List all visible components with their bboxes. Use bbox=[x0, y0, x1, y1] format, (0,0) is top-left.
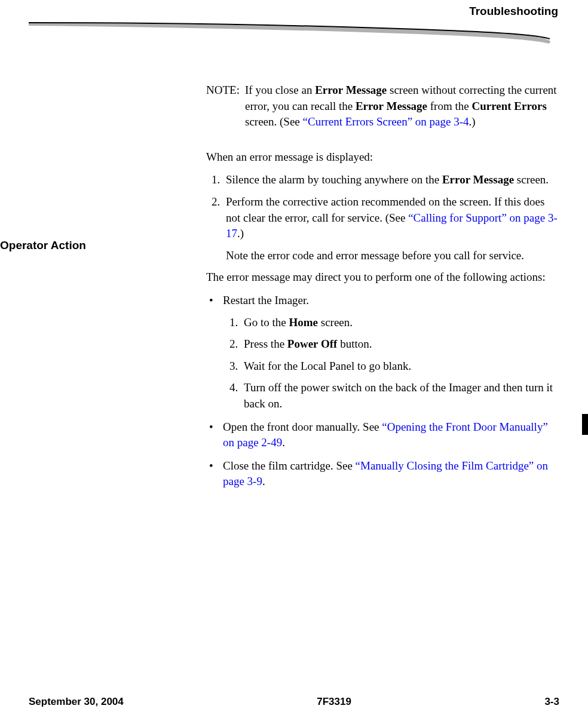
nested-text: screen. bbox=[318, 316, 353, 329]
step-item: Perform the corrective action recommende… bbox=[223, 194, 562, 263]
nested-bold: Home bbox=[289, 316, 318, 329]
step-text: Silence the alarm by touching anywhere o… bbox=[226, 173, 442, 186]
step-bold: Error Message bbox=[442, 173, 514, 186]
bullet-text: . bbox=[282, 436, 285, 449]
bullet-text: Restart the Imager. bbox=[223, 294, 309, 306]
note-body: If you close an Error Message screen wit… bbox=[245, 82, 562, 130]
sidebar-heading: Operator Action bbox=[0, 238, 86, 254]
main-column: NOTE: If you close an Error Message scre… bbox=[206, 82, 562, 490]
nested-text: button. bbox=[337, 338, 372, 350]
page-tab-marker bbox=[582, 414, 588, 435]
note-bold: Error Message bbox=[315, 84, 387, 96]
note-bold: Error Message bbox=[356, 100, 427, 112]
nested-step: Go to the Home screen. bbox=[241, 315, 562, 331]
footer-date: September 30, 2004 bbox=[29, 695, 124, 709]
nested-bold: Power Off bbox=[287, 338, 338, 350]
nested-step: Press the Power Off button. bbox=[241, 336, 562, 352]
nested-steps: Go to the Home screen. Press the Power O… bbox=[241, 315, 562, 412]
note-text: screen. (See bbox=[245, 115, 303, 128]
nested-text: Go to the bbox=[244, 316, 289, 329]
bullet-item: Open the front door manually. See “Openi… bbox=[206, 419, 562, 451]
nested-step: Turn off the power switch on the back of… bbox=[241, 380, 562, 412]
bullet-item: Close the film cartridge. See “Manually … bbox=[206, 458, 562, 490]
note-block: NOTE: If you close an Error Message scre… bbox=[206, 82, 562, 130]
step-text: screen. bbox=[514, 173, 549, 186]
primary-steps-list: Silence the alarm by touching anywhere o… bbox=[223, 172, 562, 263]
step-text: .) bbox=[237, 227, 244, 240]
note-bold: Current Errors bbox=[471, 100, 546, 112]
note-label: NOTE: bbox=[206, 82, 245, 130]
step-sub-note: Note the error code and error message be… bbox=[226, 248, 562, 264]
header-swoosh-graphic bbox=[29, 21, 559, 48]
note-text: from the bbox=[427, 100, 471, 112]
footer-page-number: 3-3 bbox=[544, 695, 559, 709]
page-footer: September 30, 2004 7F3319 3-3 bbox=[0, 695, 588, 709]
link-current-errors-screen[interactable]: “Current Errors Screen” on page 3-4 bbox=[303, 115, 469, 128]
intro-text: When an error message is displayed: bbox=[206, 149, 562, 165]
footer-doc-id: 7F3319 bbox=[317, 695, 351, 709]
bullet-text: Open the front door manually. See bbox=[223, 421, 382, 433]
footer-row: September 30, 2004 7F3319 3-3 bbox=[29, 695, 559, 709]
nested-text: Press the bbox=[244, 338, 287, 350]
bullet-text: Close the film cartridge. See bbox=[223, 459, 356, 472]
note-text: .) bbox=[469, 115, 476, 128]
bullet-item: Restart the Imager. Go to the Home scree… bbox=[206, 293, 562, 412]
content-area: Operator Action NOTE: If you close an Er… bbox=[0, 82, 588, 497]
section-title: Troubleshooting bbox=[469, 4, 558, 20]
bullet-text: . bbox=[262, 475, 265, 487]
nested-step: Wait for the Local Panel to go blank. bbox=[241, 358, 562, 375]
action-bullets: Restart the Imager. Go to the Home scree… bbox=[206, 293, 562, 490]
note-text: If you close an bbox=[245, 84, 315, 96]
mid-text: The error message may direct you to perf… bbox=[206, 269, 562, 286]
step-item: Silence the alarm by touching anywhere o… bbox=[223, 172, 562, 188]
